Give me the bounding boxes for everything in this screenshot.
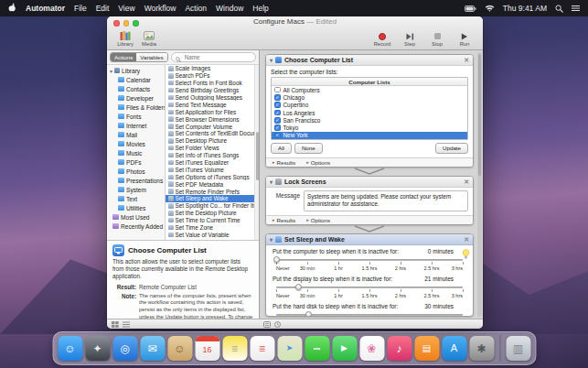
log-icon[interactable]	[263, 321, 271, 328]
block1-close-icon[interactable]: ✕	[464, 57, 469, 63]
apple-menu-icon[interactable]	[8, 3, 16, 14]
sidebar-item-calendar[interactable]: Calendar	[107, 75, 165, 84]
action-item-set-value-of-variable[interactable]: Set Value of Variable	[166, 231, 254, 238]
computer-list-row-chicago[interactable]: ✓Chicago	[272, 93, 467, 101]
record-button[interactable]: Record	[370, 30, 394, 47]
computer-list-row-san-francisco[interactable]: ✓San Francisco	[272, 116, 467, 124]
disclosure-triangle-icon[interactable]: ▾	[110, 68, 112, 74]
notification-center-icon[interactable]	[572, 5, 580, 12]
computer-list-row-los-angeles[interactable]: ✓Los Angeles	[272, 109, 467, 116]
select-none-button[interactable]: None	[294, 143, 323, 154]
sidebar-item-mail[interactable]: Mail	[107, 130, 165, 139]
menu-item-window[interactable]: Window	[216, 4, 243, 13]
checkbox[interactable]	[274, 87, 281, 93]
menu-item-workflow[interactable]: Workflow	[144, 4, 176, 13]
menu-clock[interactable]: Thu 9:41 AM	[503, 4, 547, 13]
update-button[interactable]: Update	[435, 143, 468, 154]
dock-system-preferences-icon[interactable]: ✱	[469, 336, 494, 361]
action-item-set-sleep-and-wake[interactable]: Set Sleep and Wake	[166, 195, 254, 202]
action-item-set-pdf-metadata[interactable]: Set PDF Metadata	[166, 180, 254, 188]
dock-maps-icon[interactable]: ➤	[277, 336, 302, 361]
disclosure-triangle-icon[interactable]: ▾	[270, 57, 273, 63]
computer-list-row-tokyo[interactable]: ✓Tokyo	[272, 124, 467, 131]
block1-results-toggle[interactable]: ▸Results	[273, 159, 295, 166]
list-view-icon[interactable]	[123, 321, 130, 328]
grid-view-icon[interactable]	[112, 321, 119, 328]
select-all-button[interactable]: All	[271, 143, 292, 154]
menu-app-name[interactable]: Automator	[26, 4, 65, 13]
action-item-set-desktop-picture[interactable]: Set Desktop Picture	[166, 137, 254, 145]
slider-knob[interactable]	[273, 256, 280, 263]
sidebar-item-files-folders[interactable]: Files & Folders	[107, 103, 165, 112]
sidebar-item-recently-added[interactable]: Recently Added	[107, 222, 165, 231]
action-item-set-itunes-equalizer[interactable]: Set iTunes Equalizer	[166, 159, 254, 167]
action-item-send-birthday-greetings[interactable]: Send Birthday Greetings	[166, 87, 254, 94]
sidebar-item-library[interactable]: ▾Library	[107, 66, 165, 75]
dock-trash-icon[interactable]: ▥	[506, 336, 530, 361]
action-item-set-itunes-volume[interactable]: Set iTunes Volume	[166, 166, 254, 173]
sleep-slider[interactable]	[276, 283, 463, 292]
sidebar-item-utilities[interactable]: Utilities	[107, 203, 165, 212]
action-item-send-text-message[interactable]: Send Text Message	[166, 101, 254, 108]
dock-reminders-icon[interactable]: ≡	[250, 336, 274, 361]
block2-close-icon[interactable]: ✕	[464, 179, 469, 185]
spotlight-icon[interactable]	[555, 5, 563, 13]
checkbox[interactable]: ✓	[274, 133, 281, 139]
stop-button[interactable]: Stop	[425, 30, 449, 47]
menu-item-help[interactable]: Help	[252, 4, 268, 13]
block2-header[interactable]: ▾ Lock Screens ✕	[266, 177, 473, 188]
menu-item-edit[interactable]: Edit	[96, 4, 110, 13]
sidebar-item-contacts[interactable]: Contacts	[107, 84, 165, 93]
dock-itunes-icon[interactable]: ♪	[387, 336, 412, 361]
computer-list-row-new-york[interactable]: ✓New York	[272, 132, 467, 139]
action-search-field[interactable]	[171, 52, 256, 62]
library-button[interactable]: Library	[113, 30, 137, 47]
checkbox[interactable]: ✓	[274, 117, 281, 124]
dock-app-store-icon[interactable]: A	[442, 336, 466, 361]
checkbox[interactable]: ✓	[274, 102, 281, 108]
dock-ibooks-icon[interactable]: ▤	[414, 336, 439, 361]
duration-icon[interactable]	[274, 321, 281, 328]
sidebar-item-fonts[interactable]: Fonts	[107, 112, 165, 121]
menu-item-file[interactable]: File	[74, 4, 87, 13]
disclosure-triangle-icon[interactable]: ▾	[270, 236, 273, 243]
action-item-set-remote-finder-prefs[interactable]: Set Remote Finder Prefs	[166, 188, 254, 195]
action-item-set-time-zone[interactable]: Set Time Zone	[166, 224, 254, 232]
dock-safari-icon[interactable]: ◎	[112, 336, 137, 361]
slider-knob[interactable]	[305, 311, 312, 316]
sidebar-item-photos[interactable]: Photos	[107, 167, 165, 176]
dock-launchpad-icon[interactable]: ✦	[85, 336, 110, 361]
message-field[interactable]: Systems are being updated. Please contac…	[304, 190, 468, 211]
checkbox[interactable]: ✓	[274, 124, 281, 131]
computer-list-row-cupertino[interactable]: ✓Cupertino	[272, 102, 467, 109]
computer-list-row-all-computers[interactable]: All Computers	[272, 86, 467, 93]
action-item-set-computer-volume[interactable]: Set Computer Volume	[166, 123, 254, 130]
action-item-set-spotlight-co-for-finder-items[interactable]: Set Spotlight Co... for Finder Items	[166, 202, 254, 210]
sidebar-item-most-used[interactable]: Most Used	[107, 212, 165, 222]
slider-knob[interactable]	[295, 284, 302, 290]
sidebar-item-system[interactable]: System	[107, 185, 165, 194]
sidebar-item-pdfs[interactable]: PDFs	[107, 157, 165, 167]
dock-photos-icon[interactable]: ❀	[359, 336, 384, 361]
step-button[interactable]: Step	[398, 30, 422, 47]
action-item-set-folder-views[interactable]: Set Folder Views	[166, 145, 254, 152]
dock-facetime-icon[interactable]: ▶	[332, 336, 357, 361]
disclosure-triangle-icon[interactable]: ▾	[270, 179, 273, 185]
action-item-select-fonts-in-font-book[interactable]: Select Fonts in Font Book	[166, 80, 254, 87]
action-item-send-outgoing-messages[interactable]: Send Outgoing Messages	[166, 94, 254, 102]
sidebar-item-text[interactable]: Text	[107, 194, 165, 203]
dock-messages-icon[interactable]: •••	[305, 336, 329, 361]
action-item-set-time-to-current-time[interactable]: Set Time to Current Time	[166, 217, 254, 224]
sidebar-item-music[interactable]: Music	[107, 148, 165, 157]
block1-options-toggle[interactable]: ▸Options	[306, 159, 330, 166]
run-button[interactable]: Run	[453, 30, 476, 47]
action-item-search-pdfs[interactable]: Search PDFs	[166, 72, 254, 80]
sidebar-item-developer[interactable]: Developer	[107, 93, 165, 103]
action-item-scale-images[interactable]: Scale Images	[166, 65, 254, 72]
menu-item-action[interactable]: Action	[185, 4, 207, 13]
sidebar-item-internet[interactable]: Internet	[107, 121, 165, 130]
sleep-slider[interactable]	[276, 255, 463, 265]
dock-mail-icon[interactable]: ✉	[140, 336, 165, 361]
action-item-set-the-desktop-picture[interactable]: Set the Desktop Picture	[166, 210, 254, 217]
dock-contacts-icon[interactable]: ☺	[167, 336, 192, 361]
